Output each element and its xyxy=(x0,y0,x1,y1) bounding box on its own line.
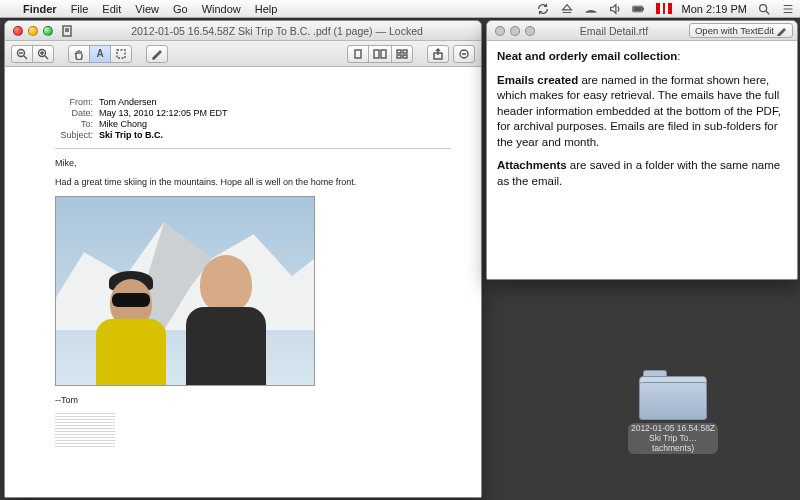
pencil-icon xyxy=(777,26,787,36)
minimize-button[interactable] xyxy=(28,26,38,36)
app-menu[interactable]: Finder xyxy=(16,3,64,15)
pdf-footer-block xyxy=(55,413,115,447)
preview-titlebar[interactable]: 2012-01-05 16.54.58Z Ski Trip To B.C. .p… xyxy=(5,21,481,41)
svg-rect-13 xyxy=(397,55,401,58)
to-label: To: xyxy=(55,119,93,129)
email-body: Mike, Had a great time skiing in the mou… xyxy=(55,157,451,447)
svg-rect-7 xyxy=(117,50,125,58)
menu-help[interactable]: Help xyxy=(248,3,285,15)
svg-rect-8 xyxy=(355,50,361,58)
textedit-body[interactable]: Neat and orderly email collection: Email… xyxy=(487,41,797,279)
battery-icon[interactable] xyxy=(627,2,651,16)
svg-rect-1 xyxy=(642,7,643,10)
textedit-titlebar[interactable]: Email Detail.rtf Open with TextEdit xyxy=(487,21,797,41)
menubar: Finder File Edit View Go Window Help ✦ M… xyxy=(0,0,800,18)
folder-icon xyxy=(639,370,707,420)
open-with-label: Open with TextEdit xyxy=(695,25,774,36)
svg-rect-14 xyxy=(403,55,407,58)
from-value: Tom Andersen xyxy=(99,97,451,107)
desktop-folder[interactable]: 2012-01-05 16.54.58Z Ski Trip To…tachmen… xyxy=(628,370,718,455)
divider xyxy=(55,148,451,149)
heading-line: Neat and orderly email collection: xyxy=(497,49,787,65)
pdf-page: From: Tom Andersen Date: May 13, 2010 12… xyxy=(5,67,481,497)
rect-select-button[interactable] xyxy=(110,45,132,63)
airport-icon[interactable] xyxy=(579,2,603,16)
email-photo xyxy=(55,196,315,386)
hand-tool-button[interactable] xyxy=(68,45,90,63)
date-value: May 13, 2010 12:12:05 PM EDT xyxy=(99,108,451,118)
document-proxy-icon[interactable] xyxy=(61,25,73,37)
preview-window: 2012-01-05 16.54.58Z Ski Trip To B.C. .p… xyxy=(4,20,482,498)
textedit-title: Email Detail.rtf xyxy=(543,25,685,37)
eject-icon[interactable] xyxy=(555,2,579,16)
close-button[interactable] xyxy=(495,26,505,36)
clock[interactable]: Mon 2:19 PM xyxy=(677,3,752,15)
menu-go[interactable]: Go xyxy=(166,3,195,15)
markup-button[interactable] xyxy=(453,45,475,63)
preview-title: 2012-01-05 16.54.58Z Ski Trip To B.C. .p… xyxy=(77,25,477,37)
to-value: Mike Chong xyxy=(99,119,451,129)
volume-icon[interactable] xyxy=(603,2,627,16)
zoom-button[interactable] xyxy=(43,26,53,36)
textedit-window: Email Detail.rtf Open with TextEdit Neat… xyxy=(486,20,798,280)
open-with-button[interactable]: Open with TextEdit xyxy=(689,23,793,38)
menu-edit[interactable]: Edit xyxy=(95,3,128,15)
subject-label: Subject: xyxy=(55,130,93,140)
view-single-button[interactable] xyxy=(347,45,369,63)
svg-rect-9 xyxy=(374,50,379,58)
input-flag[interactable]: ✦ xyxy=(651,3,677,14)
minimize-button[interactable] xyxy=(510,26,520,36)
svg-rect-12 xyxy=(403,50,407,53)
sync-icon[interactable] xyxy=(531,2,555,16)
greeting: Mike, xyxy=(55,157,451,170)
view-facing-button[interactable] xyxy=(368,45,392,63)
date-label: Date: xyxy=(55,108,93,118)
folder-label: 2012-01-05 16.54.58Z Ski Trip To…tachmen… xyxy=(628,423,718,454)
body-line: Had a great time skiing in the mountains… xyxy=(55,176,451,189)
close-button[interactable] xyxy=(13,26,23,36)
email-header: From: Tom Andersen Date: May 13, 2010 12… xyxy=(55,97,451,140)
svg-rect-10 xyxy=(381,50,386,58)
zoom-out-button[interactable] xyxy=(11,45,33,63)
zoom-button[interactable] xyxy=(525,26,535,36)
share-button[interactable] xyxy=(427,45,449,63)
preview-toolbar: A xyxy=(5,41,481,67)
svg-point-3 xyxy=(760,4,767,11)
menu-file[interactable]: File xyxy=(64,3,96,15)
svg-rect-2 xyxy=(633,6,641,10)
menu-view[interactable]: View xyxy=(128,3,166,15)
spotlight-icon[interactable] xyxy=(752,2,776,16)
para-2: Attachments are saved in a folder with t… xyxy=(497,158,787,189)
text-select-button[interactable]: A xyxy=(89,45,111,63)
notification-icon[interactable] xyxy=(776,2,800,16)
zoom-in-button[interactable] xyxy=(32,45,54,63)
svg-rect-11 xyxy=(397,50,401,53)
view-thumbs-button[interactable] xyxy=(391,45,413,63)
signoff: --Tom xyxy=(55,394,451,407)
annotate-button[interactable] xyxy=(146,45,168,63)
from-label: From: xyxy=(55,97,93,107)
para-1: Emails created are named in the format s… xyxy=(497,73,787,151)
menu-window[interactable]: Window xyxy=(195,3,248,15)
subject-value: Ski Trip to B.C. xyxy=(99,130,451,140)
